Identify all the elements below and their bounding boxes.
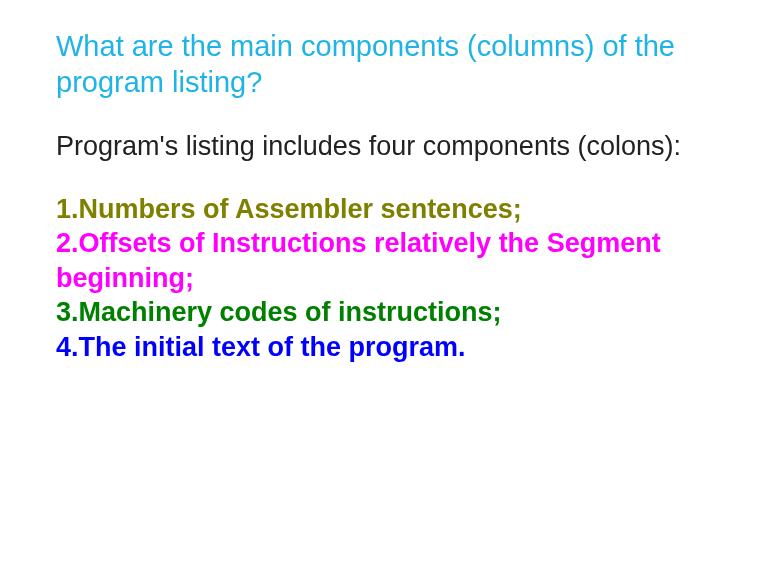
slide: What are the main components (columns) o… [0,0,768,364]
slide-title: What are the main components (columns) o… [56,28,712,101]
list-item-1: 1.Numbers of Assembler sentences; [56,192,712,227]
item-list: 1.Numbers of Assembler sentences; 2.Offs… [56,192,712,365]
list-item-3: 3.Machinery codes of instructions; [56,295,712,330]
intro-text: Program's listing includes four componen… [56,129,712,164]
list-item-2: 2.Offsets of Instructions relatively the… [56,226,712,295]
list-item-4: 4.The initial text of the program. [56,330,712,365]
